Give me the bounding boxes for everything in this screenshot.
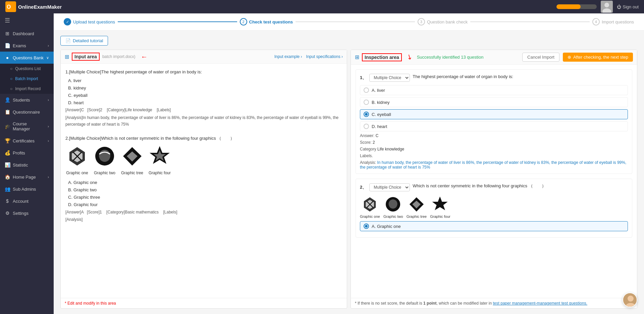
sidebar-item-questionnaire[interactable]: 📋 Questionnaire xyxy=(0,106,54,118)
input-specs-link[interactable]: Input specifications › xyxy=(306,54,343,59)
sidebar-label-sub-admins: Sub Admins xyxy=(13,187,36,192)
next-step-label: After checking, the next step xyxy=(573,55,628,60)
graphic-four-label: Graphic four xyxy=(149,170,171,176)
sidebar-item-exams[interactable]: 📄 Exams › xyxy=(0,40,54,52)
circle-icon: ○ xyxy=(10,66,12,71)
course-manager-icon: 🎓 xyxy=(5,124,10,129)
inspection-graphic-tree: Graphic tree xyxy=(407,195,427,218)
step-line-2 xyxy=(296,21,415,22)
q1-radio-b xyxy=(364,100,369,105)
questionnaire-icon: 📋 xyxy=(5,109,10,115)
input-content[interactable]: 1.[Multiple Choice]The highest percentag… xyxy=(61,64,347,298)
q1-score-row: Score: 2 xyxy=(360,140,628,145)
input-example-link[interactable]: Input example › xyxy=(274,54,302,59)
sidebar-item-batch-import[interactable]: ○ Batch Import xyxy=(0,74,54,84)
q1-option-a-label: A. liver xyxy=(372,88,385,93)
sidebar-item-import-record[interactable]: ○ Import Record xyxy=(0,84,54,94)
q1-radio-a xyxy=(364,87,369,93)
sidebar-label-exams: Exams xyxy=(13,43,26,48)
sidebar-item-account[interactable]: $ Account xyxy=(0,195,54,207)
q2-option-a-row[interactable]: A. Graphic one xyxy=(360,221,628,231)
sidebar-item-certificates[interactable]: 🏆 Certificates › xyxy=(0,135,54,147)
step-label-check: Check test questions xyxy=(249,19,293,24)
q1-option-d-label: D. heart xyxy=(372,124,387,129)
sidebar-item-settings[interactable]: ⚙ Settings xyxy=(0,207,54,219)
q1-body-text: The highest percentage of water of organ… xyxy=(413,74,513,79)
inspection-footer-link[interactable]: test paper management-management test qu… xyxy=(493,301,588,306)
tutorial-label: Detailed tutorial xyxy=(73,38,103,43)
svg-text:O: O xyxy=(7,4,11,10)
q1-text: 1.[Multiple Choice]The highest percentag… xyxy=(65,68,342,76)
svg-point-23 xyxy=(628,296,634,302)
q1-answer-val: C xyxy=(376,133,379,138)
svg-marker-21 xyxy=(432,196,448,210)
q1-analysis-row: Analysis: In human body, the percentage … xyxy=(360,160,628,170)
graphic-four-shape xyxy=(148,145,171,168)
chevron-icon: › xyxy=(48,139,49,143)
document-icon: 📄 xyxy=(65,38,71,43)
chevron-icon: › xyxy=(48,98,49,102)
sidebar-sub-questions: ○ Questions List ○ Batch Import ○ Import… xyxy=(0,64,54,94)
graphic-tree-label: Graphic tree xyxy=(121,170,143,176)
sidebar-item-dashboard[interactable]: ⊞ Dashboard xyxy=(0,27,54,40)
inspection-graphic-one: Graphic one xyxy=(360,195,380,218)
sidebar-item-sub-admins[interactable]: 👥 Sub Admins xyxy=(0,183,54,195)
q1-option-d-row[interactable]: D. heart xyxy=(360,121,628,131)
inspection-graphic-tree-label: Graphic tree xyxy=(407,214,427,218)
main-content: ✓ Upload test questions 2 Check test que… xyxy=(54,13,644,314)
inspection-graphic-four-shape xyxy=(431,195,449,213)
sidebar-label-home-page: Home Page xyxy=(13,175,36,180)
sidebar-item-questions-bank[interactable]: ● Questions Bank ∨ xyxy=(0,52,54,64)
sidebar-label-statistic: Statistic xyxy=(13,163,28,168)
inspection-q2-card: 2、 Multiple Choice Single Choice True/Fa… xyxy=(356,179,632,238)
avatar-float[interactable] xyxy=(623,293,637,307)
q2-card-header: 2、 Multiple Choice Single Choice True/Fa… xyxy=(360,183,628,192)
chevron-down-icon: ∨ xyxy=(46,56,49,60)
inspection-panel-icon: ⊞ xyxy=(355,54,359,60)
inspection-footer-note: * If there is no set score, the default … xyxy=(355,301,493,306)
q2-card-images: Graphic one Graphic tw xyxy=(360,195,628,218)
q1-option-a-row[interactable]: A. liver xyxy=(360,85,628,95)
sidebar-item-profits[interactable]: 💰 Profits xyxy=(0,147,54,159)
step-label-upload: Upload test questions xyxy=(73,19,115,24)
step-circle-check: 2 xyxy=(240,18,247,25)
circle-plus-icon: ⊕ xyxy=(568,55,571,60)
hamburger-icon[interactable]: ☰ xyxy=(0,13,54,27)
q1-option-c-row[interactable]: C. eyeball xyxy=(360,109,628,119)
step-circle-upload: ✓ xyxy=(64,18,71,25)
q2-type-select[interactable]: Multiple Choice Single Choice True/False xyxy=(369,183,410,191)
logo-icon: O xyxy=(5,1,16,12)
q1-option-b-row[interactable]: B. kidney xyxy=(360,97,628,107)
inspection-content[interactable]: 1、 Multiple Choice Single Choice True/Fa… xyxy=(351,65,637,298)
step-check: 2 Check test questions xyxy=(240,18,293,25)
step-upload: ✓ Upload test questions xyxy=(64,18,115,25)
signout-button[interactable]: ⏻ Sign out xyxy=(617,4,639,9)
profits-icon: 💰 xyxy=(5,150,10,155)
cancel-import-button[interactable]: Cancel Import xyxy=(522,53,559,62)
step-circle-import: 4 xyxy=(592,18,600,25)
sidebar-item-home-page[interactable]: 🏠 Home Page › xyxy=(0,171,54,183)
sidebar-item-questions-list[interactable]: ○ Questions List xyxy=(0,64,54,74)
next-step-button[interactable]: ⊕ After checking, the next step xyxy=(563,53,633,62)
sidebar-item-course-manager[interactable]: 🎓 Course Manager › xyxy=(0,118,54,135)
sidebar-item-students[interactable]: 👤 Students › xyxy=(0,94,54,106)
q2-opt-c: C. Graphic three xyxy=(68,194,342,201)
arrow-left: ← xyxy=(141,53,148,61)
q1-labels-row: Labels. xyxy=(360,153,628,158)
certificates-icon: 🏆 xyxy=(5,138,10,143)
logo-text: OnlineExamMaker xyxy=(18,4,62,10)
input-panel-icon: ⊞ xyxy=(65,54,69,60)
sidebar-label-import-record: Import Record xyxy=(15,86,41,91)
step-label-bankcheck: Question bank check xyxy=(427,19,468,24)
tutorial-button[interactable]: 📄 Detailed tutorial xyxy=(60,36,108,46)
topbar-avatar xyxy=(601,1,613,13)
settings-icon: ⚙ xyxy=(5,210,10,216)
sidebar-label-profits: Profits xyxy=(13,150,25,155)
q1-type-select[interactable]: Multiple Choice Single Choice True/False xyxy=(369,74,410,82)
chevron-icon: › xyxy=(48,175,49,179)
graphic-two-shape xyxy=(93,145,116,168)
inspection-panel: ⊞ Inspection area ↖ Successfully identif… xyxy=(351,50,637,309)
q1-num: 1、 xyxy=(360,75,367,81)
input-area-label: Input area xyxy=(72,53,100,61)
sidebar-item-statistic[interactable]: 📊 Statistic xyxy=(0,159,54,171)
